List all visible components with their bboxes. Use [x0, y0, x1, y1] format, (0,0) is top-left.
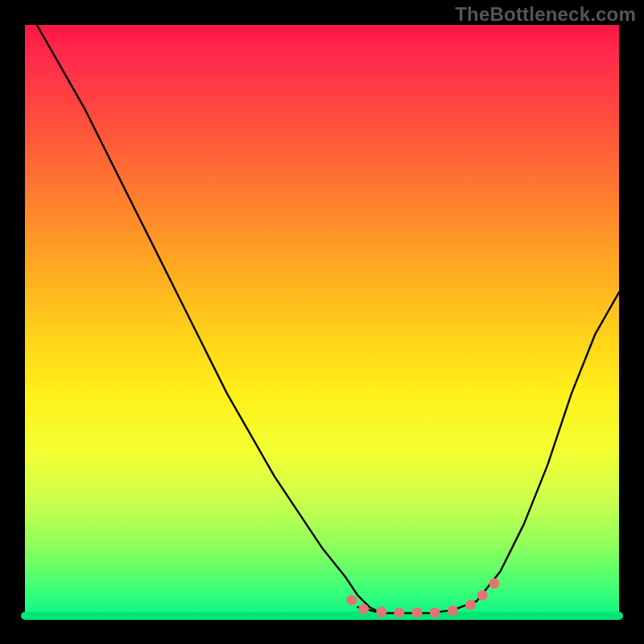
- highlight-dot: [412, 607, 423, 617]
- highlight-dot: [477, 590, 488, 601]
- curve-left-branch: [37, 25, 382, 613]
- watermark-text: TheBottleneck.com: [455, 3, 636, 26]
- plot-area: [25, 25, 619, 619]
- highlight-dot: [394, 607, 404, 617]
- highlight-dot: [448, 605, 458, 616]
- highlight-dot: [465, 600, 476, 610]
- chart-svg: [25, 25, 619, 619]
- highlight-dot: [346, 595, 357, 605]
- highlight-dot: [489, 578, 500, 588]
- highlight-dot: [376, 607, 386, 617]
- highlight-dot: [430, 607, 440, 617]
- chart-frame: TheBottleneck.com: [0, 0, 644, 644]
- curve-right-branch: [477, 292, 619, 601]
- highlight-dot: [358, 604, 369, 614]
